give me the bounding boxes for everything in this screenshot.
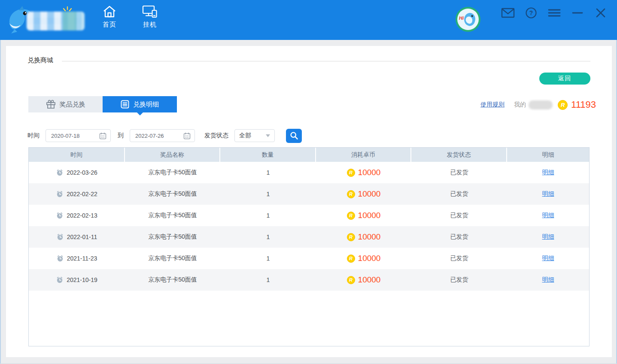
row-prize: 京东电子卡50面值 bbox=[125, 212, 220, 219]
search-icon bbox=[290, 131, 298, 140]
row-qty: 1 bbox=[220, 212, 316, 219]
coin-icon: R bbox=[558, 100, 568, 110]
row-qty: 1 bbox=[220, 255, 316, 262]
nav-home-label: 首页 bbox=[103, 21, 116, 29]
row-cost: 10000 bbox=[358, 275, 381, 285]
help-icon[interactable]: ? bbox=[524, 6, 538, 19]
status-select[interactable]: 全部 bbox=[234, 129, 275, 142]
tab-detail-label: 兑换明细 bbox=[133, 100, 159, 109]
app-name-blurred bbox=[27, 12, 85, 30]
detail-link[interactable]: 明细 bbox=[542, 276, 554, 284]
row-time: 2022-02-13 bbox=[67, 212, 97, 219]
monitor-phone-icon bbox=[142, 5, 158, 18]
back-button[interactable]: 返回 bbox=[539, 73, 590, 85]
balance-meta: 使用规则 我的 R 11193 bbox=[480, 99, 596, 110]
nav-idle-label: 挂机 bbox=[143, 21, 157, 29]
balance-name-blurred bbox=[529, 100, 553, 109]
row-status: 已发货 bbox=[411, 169, 507, 176]
main-nav: 首页 挂机 bbox=[95, 5, 164, 29]
table-row: 2021-10-19 京东电子卡50面值 1 R 10000 已发货 明细 bbox=[29, 269, 589, 291]
row-time: 2022-01-11 bbox=[67, 234, 97, 240]
status-select-value: 全部 bbox=[239, 132, 251, 140]
table-row: 2021-11-23 京东电子卡50面值 1 R 10000 已发货 明细 bbox=[29, 248, 589, 269]
clock-icon bbox=[56, 191, 63, 197]
row-status: 已发货 bbox=[411, 276, 507, 284]
minimize-icon[interactable] bbox=[571, 6, 584, 19]
detail-link[interactable]: 明细 bbox=[542, 190, 554, 198]
avatar-dolphin-icon: Hi bbox=[457, 9, 479, 30]
tab-prize-exchange[interactable]: 奖品兑换 bbox=[28, 96, 103, 112]
page-title: 兑换商城 bbox=[27, 56, 53, 64]
table-body: 2022-03-26 京东电子卡50面值 1 R 10000 已发货 明细 20… bbox=[29, 162, 589, 291]
balance-value: 11193 bbox=[571, 99, 596, 110]
coin-icon: R bbox=[347, 169, 355, 177]
row-cost: 10000 bbox=[358, 232, 381, 242]
row-prize: 京东电子卡50面值 bbox=[125, 233, 220, 241]
row-status: 已发货 bbox=[411, 190, 507, 198]
mail-icon[interactable] bbox=[501, 6, 515, 19]
row-prize: 京东电子卡50面值 bbox=[125, 276, 220, 284]
header-cell-cost: 消耗卓币 bbox=[316, 148, 411, 162]
close-icon[interactable] bbox=[594, 6, 608, 19]
row-prize: 京东电子卡50面值 bbox=[125, 255, 220, 262]
clock-icon bbox=[56, 276, 63, 283]
row-time: 2022-02-22 bbox=[67, 191, 97, 197]
gift-icon bbox=[46, 100, 56, 109]
status-filter-label: 发货状态 bbox=[204, 132, 228, 140]
titlebar-right: Hi ? bbox=[456, 0, 608, 40]
row-cost: 10000 bbox=[358, 189, 381, 199]
row-qty: 1 bbox=[220, 169, 316, 176]
detail-link[interactable]: 明细 bbox=[542, 212, 554, 219]
clock-icon bbox=[57, 255, 64, 262]
row-status: 已发货 bbox=[411, 255, 507, 262]
nav-item-idle[interactable]: 挂机 bbox=[136, 5, 164, 29]
coin-icon: R bbox=[347, 233, 355, 241]
header-cell-prize: 奖品名称 bbox=[125, 148, 220, 162]
calendar-icon[interactable] bbox=[183, 132, 191, 140]
filter-bar: 时间 到 bbox=[27, 129, 302, 142]
exchange-mall-panel: 兑换商城 返回 奖品兑换 bbox=[6, 46, 612, 357]
row-qty: 1 bbox=[220, 276, 316, 283]
exchange-table: 时间 奖品名称 数量 消耗卓币 发货状态 明细 2022-03-26 京东电子卡… bbox=[28, 147, 590, 346]
clock-icon bbox=[56, 169, 63, 176]
clock-icon bbox=[57, 234, 64, 240]
clock-icon bbox=[56, 212, 63, 219]
title-divider bbox=[62, 61, 590, 61]
sparkle-icon bbox=[62, 6, 73, 15]
coin-icon: R bbox=[347, 212, 355, 220]
nav-item-home[interactable]: 首页 bbox=[95, 5, 124, 29]
detail-link[interactable]: 明细 bbox=[542, 255, 554, 262]
rules-link[interactable]: 使用规则 bbox=[480, 101, 505, 109]
row-qty: 1 bbox=[220, 191, 316, 197]
table-row: 2022-02-13 京东电子卡50面值 1 R 10000 已发货 明细 bbox=[29, 205, 589, 226]
header-cell-status: 发货状态 bbox=[411, 148, 507, 162]
to-label: 到 bbox=[118, 132, 124, 140]
row-prize: 京东电子卡50面值 bbox=[125, 190, 220, 198]
avatar-hi-text: Hi bbox=[459, 15, 464, 21]
content-area: 兑换商城 返回 奖品兑换 bbox=[0, 40, 617, 364]
detail-link[interactable]: 明细 bbox=[542, 233, 554, 241]
tab-exchange-detail[interactable]: 兑换明细 bbox=[103, 96, 177, 112]
row-status: 已发货 bbox=[411, 233, 507, 241]
user-avatar[interactable]: Hi bbox=[456, 7, 480, 32]
time-filter-label: 时间 bbox=[27, 132, 40, 140]
detail-link[interactable]: 明细 bbox=[542, 169, 554, 176]
tab-prize-label: 奖品兑换 bbox=[60, 100, 85, 109]
svg-text:?: ? bbox=[529, 9, 533, 16]
tabs: 奖品兑换 兑换明细 bbox=[28, 96, 177, 112]
row-time: 2021-11-23 bbox=[67, 255, 97, 262]
row-cost: 10000 bbox=[358, 254, 381, 263]
row-status: 已发货 bbox=[411, 212, 507, 219]
menu-icon[interactable] bbox=[547, 6, 561, 19]
row-cost: 10000 bbox=[358, 211, 381, 220]
row-prize: 京东电子卡50面值 bbox=[125, 169, 220, 176]
calendar-icon[interactable] bbox=[99, 132, 106, 140]
search-button[interactable] bbox=[286, 129, 302, 143]
titlebar: 首页 挂机 Hi bbox=[0, 0, 617, 40]
list-icon bbox=[121, 100, 129, 109]
header-cell-detail: 明细 bbox=[507, 148, 589, 162]
row-cost: 10000 bbox=[358, 168, 381, 177]
row-qty: 1 bbox=[220, 234, 316, 240]
coin-icon: R bbox=[347, 255, 355, 263]
table-row: 2022-02-22 京东电子卡50面值 1 R 10000 已发货 明细 bbox=[29, 183, 589, 205]
